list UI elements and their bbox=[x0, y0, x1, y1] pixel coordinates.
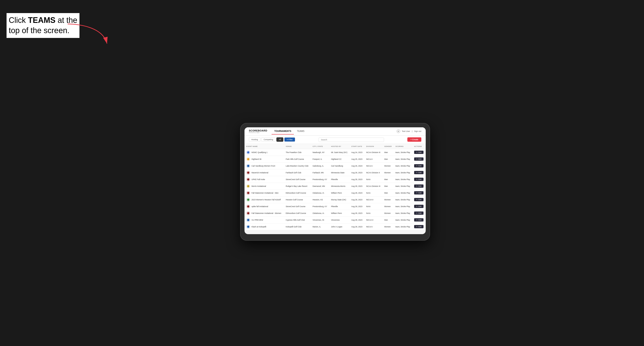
city-cell: Faribault, MN bbox=[311, 169, 330, 176]
tab-teams[interactable]: TEAMS bbox=[294, 128, 307, 135]
col-actions: ACTIONS bbox=[412, 144, 426, 149]
city-cell: Hesston, KS bbox=[311, 196, 330, 203]
event-name: Klash at Kokopelli bbox=[252, 226, 266, 228]
tournaments-table: EVENT NAME VENUE CITY, STATE HOSTED BY S… bbox=[244, 144, 426, 230]
team-logo bbox=[246, 151, 250, 154]
user-name: Test User bbox=[402, 130, 410, 132]
toolbar: Hosting Competing All ≡ Filter + Create bbox=[244, 136, 426, 144]
edit-button[interactable]: Edit bbox=[414, 205, 424, 208]
logo-text: SCOREBOARD bbox=[249, 130, 267, 132]
tab-tournaments[interactable]: TOURNAMENTS bbox=[272, 128, 294, 135]
gender-cell: Women bbox=[382, 203, 394, 210]
venue-cell: The Powelton Club bbox=[284, 149, 311, 156]
venue-cell: Edmundson Golf Course bbox=[284, 210, 311, 216]
svg-point-10 bbox=[247, 212, 249, 214]
edit-icon bbox=[416, 172, 418, 173]
col-gender: GENDER bbox=[382, 144, 394, 149]
filter-btn[interactable]: ≡ Filter bbox=[284, 137, 295, 142]
edit-icon bbox=[416, 205, 418, 207]
team-logo bbox=[246, 171, 250, 175]
scoring-cell: team, Stroke Play bbox=[394, 163, 412, 169]
col-event-name: EVENT NAME bbox=[244, 144, 284, 149]
division-cell: NAIA bbox=[364, 203, 383, 210]
event-cell: Fall Statesmen Invitational - Women bbox=[246, 211, 282, 215]
col-division: DIVISION bbox=[364, 144, 383, 149]
actions-cell: Edit bbox=[412, 169, 426, 176]
hosting-btn[interactable]: Hosting bbox=[249, 137, 260, 142]
competing-btn[interactable]: Competing bbox=[261, 137, 276, 142]
gender-cell: Women bbox=[382, 196, 394, 203]
edit-button[interactable]: Edit bbox=[414, 218, 424, 221]
event-name-cell: Maverick Invitational bbox=[244, 169, 284, 176]
date-cell: Aug 28, 2023 bbox=[350, 183, 364, 189]
svg-point-2 bbox=[247, 158, 249, 160]
hosted-cell: William Penn bbox=[329, 210, 350, 216]
svg-point-8 bbox=[247, 199, 249, 201]
team-logo bbox=[246, 204, 250, 208]
edit-button[interactable]: Edit bbox=[414, 164, 424, 168]
hosted-cell: Minnesota-Morris bbox=[329, 183, 350, 189]
scoring-cell: team, Stroke Play bbox=[394, 216, 412, 223]
scoring-cell: team, Stroke Play bbox=[394, 169, 412, 176]
event-cell: MSMC Qualifying 1 bbox=[246, 151, 282, 154]
actions-cell: Edit bbox=[412, 149, 426, 156]
nav-tabs: TOURNAMENTS TEAMS bbox=[272, 128, 307, 135]
hosted-cell: William Penn bbox=[329, 189, 350, 196]
division-cell: NAIA bbox=[364, 189, 383, 196]
edit-icon bbox=[416, 199, 418, 200]
date-cell: Aug 28, 2023 bbox=[350, 196, 364, 203]
scoring-cell: team, Stroke Play bbox=[394, 183, 412, 189]
table-row: upike fall invitational StoneCrest Golf … bbox=[244, 203, 426, 210]
sign-out-link[interactable]: Sign out bbox=[414, 130, 421, 132]
team-logo bbox=[246, 157, 250, 161]
team-logo bbox=[246, 164, 250, 168]
edit-button[interactable]: Edit bbox=[414, 211, 424, 215]
division-cell: NCAA Division III bbox=[364, 183, 383, 189]
col-scoring: SCORING bbox=[394, 144, 412, 149]
hosted-cell: Highland CC bbox=[329, 156, 350, 163]
actions-cell: Edit bbox=[412, 223, 426, 230]
all-btn[interactable]: All bbox=[276, 137, 283, 142]
edit-button[interactable]: Edit bbox=[414, 184, 424, 188]
edit-icon bbox=[416, 178, 418, 180]
scoring-cell: team, Stroke Play bbox=[394, 203, 412, 210]
team-logo bbox=[246, 198, 250, 202]
svg-point-1 bbox=[247, 151, 249, 154]
edit-icon bbox=[416, 226, 418, 228]
search-input[interactable] bbox=[318, 138, 384, 142]
edit-button[interactable]: Edit bbox=[414, 225, 424, 228]
event-name-cell: Fall Statesmen Invitational - Women bbox=[244, 210, 284, 216]
svg-point-9 bbox=[247, 205, 249, 207]
gender-cell: Men bbox=[382, 149, 394, 156]
date-cell: Aug 28, 2023 bbox=[350, 223, 364, 230]
actions-cell: Edit bbox=[412, 210, 426, 216]
tablet-screen: SCOREBOARD Powered by clippit TOURNAMENT… bbox=[244, 127, 426, 234]
division-cell: NAIA bbox=[364, 176, 383, 183]
settings-icon[interactable]: ⚙ bbox=[397, 130, 400, 133]
table-row: MSMC Qualifying 1 The Powelton Club Newb… bbox=[244, 149, 426, 156]
division-cell: NCAA Division III bbox=[364, 149, 383, 156]
filter-group: Hosting Competing All ≡ Filter bbox=[249, 137, 295, 142]
edit-button[interactable]: Edit bbox=[414, 178, 424, 181]
event-name-cell: 2023 Women's Hesston Fall Kickoff bbox=[244, 196, 284, 203]
event-name: Fall Statesmen Invitational - Women bbox=[252, 212, 281, 214]
venue-cell: Faribault Golf Club bbox=[284, 169, 311, 176]
event-cell: VU PREVIEW bbox=[246, 218, 282, 222]
division-cell: NAIA bbox=[364, 210, 383, 216]
city-cell: Newburgh, NY bbox=[311, 149, 330, 156]
event-cell: upike fall invitational bbox=[246, 204, 282, 208]
edit-button[interactable]: Edit bbox=[414, 171, 424, 174]
edit-button[interactable]: Edit bbox=[414, 158, 424, 161]
create-btn[interactable]: + Create bbox=[407, 137, 421, 142]
edit-button[interactable]: Edit bbox=[414, 191, 424, 194]
date-cell: Aug 28, 2023 bbox=[350, 210, 364, 216]
edit-button[interactable]: Edit bbox=[414, 151, 424, 154]
nav-right: ⚙ Test User | Sign out bbox=[397, 130, 421, 133]
table-row: Morris Invitational Ruttger's Bay Lake R… bbox=[244, 183, 426, 189]
edit-button[interactable]: Edit bbox=[414, 198, 424, 201]
division-cell: NICAA I bbox=[364, 163, 383, 169]
gender-cell: Men bbox=[382, 176, 394, 183]
scoring-cell: team, Stroke Play bbox=[394, 189, 412, 196]
table-row: VU PREVIEW Cypress Hills Golf Club Vince… bbox=[244, 216, 426, 223]
event-cell: Klash at Kokopelli bbox=[246, 225, 282, 229]
